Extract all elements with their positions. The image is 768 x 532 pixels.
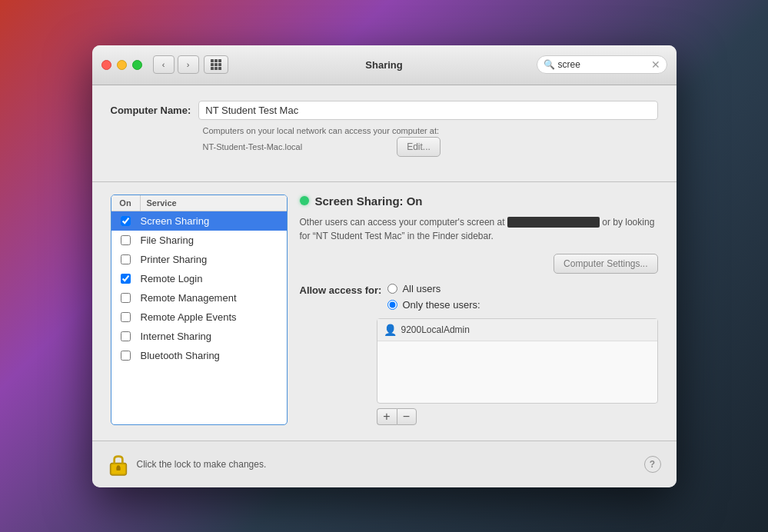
search-input[interactable] bbox=[558, 59, 648, 70]
internet-sharing-checkbox[interactable] bbox=[121, 331, 131, 341]
status-indicator bbox=[300, 196, 309, 205]
remote-login-checkbox[interactable] bbox=[121, 274, 131, 284]
computer-name-label: Computer Name: bbox=[111, 105, 191, 116]
service-row-internet-sharing[interactable]: Internet Sharing bbox=[111, 327, 287, 346]
internet-sharing-checkbox-wrap[interactable] bbox=[111, 331, 141, 341]
remote-management-checkbox[interactable] bbox=[121, 293, 131, 303]
user-name-admin: 9200LocalAdmin bbox=[401, 324, 470, 335]
printer-sharing-checkbox-wrap[interactable] bbox=[111, 254, 141, 264]
users-actions: + − bbox=[377, 408, 658, 425]
titlebar: ‹ › Sharing 🔍 ✕ bbox=[92, 45, 677, 85]
service-row-screen-sharing[interactable]: Screen Sharing bbox=[111, 211, 287, 231]
remote-management-checkbox-wrap[interactable] bbox=[111, 293, 141, 303]
col-on-header: On bbox=[111, 195, 141, 211]
service-row-bluetooth-sharing[interactable]: Bluetooth Sharing bbox=[111, 346, 287, 365]
file-sharing-checkbox-wrap[interactable] bbox=[111, 235, 141, 245]
search-box[interactable]: 🔍 ✕ bbox=[537, 55, 667, 74]
bluetooth-sharing-checkbox-wrap[interactable] bbox=[111, 351, 141, 361]
service-row-remote-management[interactable]: Remote Management bbox=[111, 288, 287, 308]
service-list: On Service Screen Sharing File Sharing bbox=[111, 195, 288, 425]
maximize-button[interactable] bbox=[132, 60, 142, 70]
edit-button[interactable]: Edit... bbox=[397, 137, 441, 157]
computer-settings-button[interactable]: Computer Settings... bbox=[554, 254, 657, 274]
grid-view-button[interactable] bbox=[204, 55, 228, 74]
service-row-remote-login[interactable]: Remote Login bbox=[111, 269, 287, 288]
users-list-empty-area bbox=[377, 341, 657, 403]
service-row-printer-sharing[interactable]: Printer Sharing bbox=[111, 250, 287, 269]
traffic-lights bbox=[101, 60, 142, 70]
service-row-file-sharing[interactable]: File Sharing bbox=[111, 231, 287, 250]
remote-login-checkbox-wrap[interactable] bbox=[111, 274, 141, 284]
back-icon: ‹ bbox=[162, 60, 165, 69]
forward-icon: › bbox=[187, 60, 190, 69]
grid-icon bbox=[211, 59, 221, 70]
access-radio-group: All users Only these users: bbox=[387, 283, 480, 315]
allow-access-label: Allow access for: bbox=[300, 283, 382, 296]
screen-sharing-checkbox-wrap[interactable] bbox=[111, 216, 141, 226]
file-sharing-checkbox[interactable] bbox=[121, 235, 131, 245]
search-icon: 🔍 bbox=[544, 59, 555, 70]
main-panel: On Service Screen Sharing File Sharing bbox=[111, 182, 658, 425]
service-row-remote-apple-events[interactable]: Remote Apple Events bbox=[111, 308, 287, 327]
printer-sharing-label: Printer Sharing bbox=[141, 254, 208, 265]
content-area: Computer Name: Computers on your local n… bbox=[92, 85, 677, 425]
user-row-admin[interactable]: 👤 9200LocalAdmin bbox=[377, 319, 657, 341]
users-list-box: 👤 9200LocalAdmin bbox=[377, 318, 658, 404]
search-clear-button[interactable]: ✕ bbox=[651, 58, 660, 71]
all-users-radio[interactable] bbox=[387, 284, 397, 294]
service-list-header: On Service bbox=[111, 195, 287, 211]
computer-name-input[interactable] bbox=[198, 101, 657, 120]
footer: Click the lock to make changes. ? bbox=[92, 441, 677, 487]
nav-buttons: ‹ › bbox=[153, 55, 199, 74]
redacted-address bbox=[507, 217, 600, 228]
remote-login-label: Remote Login bbox=[141, 273, 203, 284]
detail-panel: Screen Sharing: On Other users can acces… bbox=[300, 195, 658, 425]
printer-sharing-checkbox[interactable] bbox=[121, 254, 131, 264]
computer-name-subtext: Computers on your local network can acce… bbox=[203, 126, 658, 169]
back-button[interactable]: ‹ bbox=[153, 55, 175, 74]
col-service-header: Service bbox=[141, 195, 183, 211]
sharing-description: Other users can access your computer's s… bbox=[300, 215, 658, 243]
allow-access-row: Allow access for: All users Only these u… bbox=[300, 283, 658, 315]
forward-button[interactable]: › bbox=[178, 55, 199, 74]
remote-apple-events-checkbox-wrap[interactable] bbox=[111, 312, 141, 322]
screen-sharing-checkbox[interactable] bbox=[121, 216, 131, 226]
preferences-window: ‹ › Sharing 🔍 ✕ Computer Name: bbox=[92, 45, 677, 487]
user-icon: 👤 bbox=[384, 324, 397, 336]
remove-user-button[interactable]: − bbox=[397, 408, 417, 425]
bluetooth-sharing-label: Bluetooth Sharing bbox=[141, 350, 220, 361]
computer-name-row: Computer Name: bbox=[111, 101, 658, 120]
all-users-label: All users bbox=[402, 283, 441, 294]
window-title: Sharing bbox=[365, 59, 402, 71]
svg-point-3 bbox=[116, 465, 119, 468]
sharing-status-label: Screen Sharing: On bbox=[315, 195, 423, 208]
sharing-status: Screen Sharing: On bbox=[300, 195, 658, 208]
bluetooth-sharing-checkbox[interactable] bbox=[121, 351, 131, 361]
internet-sharing-label: Internet Sharing bbox=[141, 331, 212, 342]
all-users-radio-row[interactable]: All users bbox=[387, 283, 480, 294]
footer-text: Click the lock to make changes. bbox=[137, 459, 267, 470]
file-sharing-label: File Sharing bbox=[141, 234, 194, 246]
only-these-users-radio-row[interactable]: Only these users: bbox=[387, 299, 480, 311]
help-button[interactable]: ? bbox=[644, 456, 661, 473]
lock-icon bbox=[108, 452, 129, 477]
only-these-users-label: Only these users: bbox=[402, 299, 480, 311]
minimize-button[interactable] bbox=[117, 60, 127, 70]
close-button[interactable] bbox=[101, 60, 111, 70]
screen-sharing-label: Screen Sharing bbox=[141, 215, 210, 227]
add-user-button[interactable]: + bbox=[377, 408, 397, 425]
remote-management-label: Remote Management bbox=[141, 292, 237, 304]
remote-apple-events-checkbox[interactable] bbox=[121, 312, 131, 322]
remote-apple-events-label: Remote Apple Events bbox=[141, 311, 237, 323]
only-these-users-radio[interactable] bbox=[387, 300, 397, 310]
